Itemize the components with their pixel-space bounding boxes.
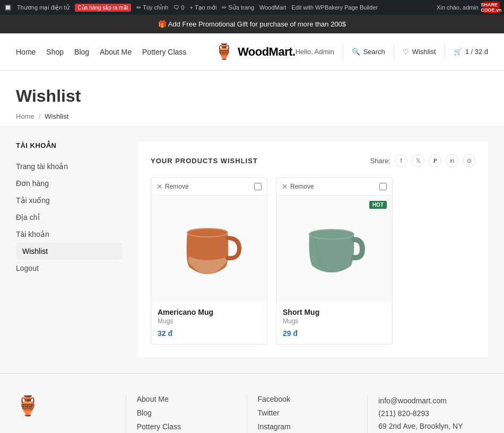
short-mug-image xyxy=(300,219,369,278)
product-price-1: 32 đ xyxy=(158,329,260,338)
nav-shop[interactable]: Shop xyxy=(46,48,64,56)
footer-link-about-a[interactable]: About Me xyxy=(137,395,169,403)
sidebar-link-account[interactable]: Trang tài khoản xyxy=(16,158,122,175)
watermark: ShareCode.vn xyxy=(316,285,353,291)
sidebar-item-downloads: Tải xuống xyxy=(16,192,122,209)
remove-btn-1[interactable]: ✕ Remove xyxy=(157,182,189,191)
share-twitter[interactable]: 𝕏 xyxy=(412,154,424,167)
hot-badge: HOT xyxy=(369,201,387,209)
product-image-wrap-1 xyxy=(151,196,267,302)
remove-label-1: Remove xyxy=(165,183,189,190)
admin-bar-left: 🔲 Thương mại điện tử Cửa hàng sắp ra mắt… xyxy=(4,4,430,12)
footer-link-pottery: Pottery Class xyxy=(137,422,236,431)
product-checkbox-1[interactable] xyxy=(254,183,262,190)
product-image-wrap-2: HOT ShareCode.vn xyxy=(276,196,392,302)
footer-social-instagram-a[interactable]: Instagram xyxy=(258,422,291,431)
site-logo[interactable]: 🏺 WoodMart. xyxy=(215,43,296,60)
header-divider-3 xyxy=(445,44,445,60)
wishlist-title: YOUR PRODUCTS WISHLIST xyxy=(151,157,258,165)
heart-icon: ♡ xyxy=(403,48,409,56)
breadcrumb-separator: / xyxy=(39,112,41,120)
wishlist-section: YOUR PRODUCTS WISHLIST Share: f 𝕏 𝐏 in ⊙… xyxy=(138,142,488,357)
product-card-1: ✕ Remove xyxy=(151,178,267,344)
breadcrumb: Home / Wishlist xyxy=(16,112,488,120)
page-title: Wishlist xyxy=(16,86,488,106)
product-info-2: Short Mug Mugs 29 đ xyxy=(276,302,392,344)
footer-address: 69 2nd Ave, Brooklyn, NY 11215, USA xyxy=(378,420,477,433)
americano-mug-image xyxy=(175,217,244,280)
main-nav: Home Shop Blog About Me Pottery Class xyxy=(16,48,215,56)
sidebar-item-account: Trang tài khoản xyxy=(16,158,122,175)
breadcrumb-home[interactable]: Home xyxy=(16,112,34,120)
share-linkedin[interactable]: in xyxy=(446,154,458,167)
search-label: Search xyxy=(363,48,385,56)
footer-links: About Me Blog Pottery Class Shipping & R… xyxy=(137,395,236,433)
footer-social-col: Facebook Twitter Instagram YouTube xyxy=(247,395,368,433)
share-other[interactable]: ⊙ xyxy=(463,154,475,167)
header-wishlist[interactable]: ♡ Wishlist xyxy=(403,48,436,56)
page-title-section: Wishlist Home / Wishlist xyxy=(0,70,504,126)
sidebar-link-wishlist[interactable]: Wishlist xyxy=(16,243,122,260)
share-row: Share: f 𝕏 𝐏 in ⊙ xyxy=(370,154,475,167)
admin-bar-right: Xin chào, admin SHARE CODE.vn xyxy=(437,2,500,13)
product-price-2: 29 đ xyxy=(283,329,386,338)
share-label: Share: xyxy=(370,157,390,165)
remove-x-icon-1: ✕ xyxy=(157,182,163,191)
product-card-2: ✕ Remove HOT xyxy=(276,178,393,344)
share-pinterest[interactable]: 𝐏 xyxy=(429,154,441,167)
sidebar-link-logout[interactable]: Logout xyxy=(16,260,122,277)
new-item[interactable]: + Tạo mới xyxy=(190,4,217,11)
header-cart[interactable]: 🛒 1 / 32 đ xyxy=(454,48,488,56)
footer-social-facebook-a[interactable]: Facebook xyxy=(258,395,290,403)
promo-bar: 🎁 Add Free Promotional Gift for purchase… xyxy=(0,15,504,33)
site-footer: 🏺 About Me Blog Pottery Class Shipping &… xyxy=(0,373,504,433)
store-item[interactable]: Thương mại điện tử xyxy=(17,4,69,11)
footer-phone: (211) 820-8293 xyxy=(378,408,477,420)
sidebar-link-downloads[interactable]: Tải xuống xyxy=(16,192,122,209)
footer-social-twitter: Twitter xyxy=(258,409,357,417)
sidebar: TÀI KHOẢN Trang tài khoản Đơn hàng Tải x… xyxy=(16,142,122,357)
highlight-item[interactable]: Cửa hàng sắp ra mắt xyxy=(75,4,132,12)
footer-contact: info@woodmart.com (211) 820-8293 69 2nd … xyxy=(378,395,477,433)
footer-link-pottery-a[interactable]: Pottery Class xyxy=(137,422,181,431)
logo-icon: 🏺 xyxy=(215,43,233,60)
footer-social-instagram: Instagram xyxy=(258,422,357,431)
edit-page-item[interactable]: ✏ Sửa trang xyxy=(222,4,254,11)
share-facebook[interactable]: f xyxy=(395,154,407,167)
product-info-1: Americano Mug Mugs 32 đ xyxy=(151,302,267,344)
wpbakery-item[interactable]: Edit with WPBakery Page Builder xyxy=(292,4,378,11)
nav-blog[interactable]: Blog xyxy=(74,48,89,56)
sidebar-item-orders: Đơn hàng xyxy=(16,175,122,192)
footer-main: 🏺 About Me Blog Pottery Class Shipping &… xyxy=(0,374,504,433)
footer-link-about: About Me xyxy=(137,395,236,403)
products-grid: ✕ Remove xyxy=(151,178,475,344)
footer-contact-col: info@woodmart.com (211) 820-8293 69 2nd … xyxy=(368,395,488,433)
product-name-2: Short Mug xyxy=(283,308,386,316)
breadcrumb-current: Wishlist xyxy=(45,112,68,120)
nav-pottery[interactable]: Pottery Class xyxy=(142,48,186,56)
footer-link-blog-a[interactable]: Blog xyxy=(137,409,152,417)
sidebar-link-orders[interactable]: Đơn hàng xyxy=(16,175,122,192)
remove-label-2: Remove xyxy=(290,183,314,190)
remove-btn-2[interactable]: ✕ Remove xyxy=(282,182,314,191)
footer-social-facebook: Facebook xyxy=(258,395,357,403)
sidebar-link-address[interactable]: Địa chỉ xyxy=(16,209,122,226)
product-checkbox-2[interactable] xyxy=(379,183,387,190)
header-search[interactable]: 🔍 Search xyxy=(352,48,385,56)
footer-social-links: Facebook Twitter Instagram YouTube xyxy=(258,395,357,433)
wishlist-label: Wishlist xyxy=(412,48,436,56)
woodmart-item[interactable]: WoodMart xyxy=(259,4,286,11)
footer-social-twitter-a[interactable]: Twitter xyxy=(258,409,280,417)
main-content: TÀI KHOẢN Trang tài khoản Đơn hàng Tải x… xyxy=(0,126,504,373)
comments-item[interactable]: 🗨 0 xyxy=(173,4,184,11)
sidebar-link-myaccount[interactable]: Tài khoản xyxy=(16,226,122,243)
wp-icon-item[interactable]: 🔲 xyxy=(4,4,12,11)
highlight-tag: Cửa hàng sắp ra mắt xyxy=(75,4,132,12)
nav-home[interactable]: Home xyxy=(16,48,36,56)
remove-x-icon-2: ✕ xyxy=(282,182,288,191)
nav-about[interactable]: About Me xyxy=(100,48,132,56)
customize-item[interactable]: ✏ Tùy chỉnh xyxy=(136,4,168,11)
admin-greeting: Xin chào, admin xyxy=(437,4,479,11)
search-icon: 🔍 xyxy=(352,48,360,56)
footer-link-blog: Blog xyxy=(137,409,236,417)
